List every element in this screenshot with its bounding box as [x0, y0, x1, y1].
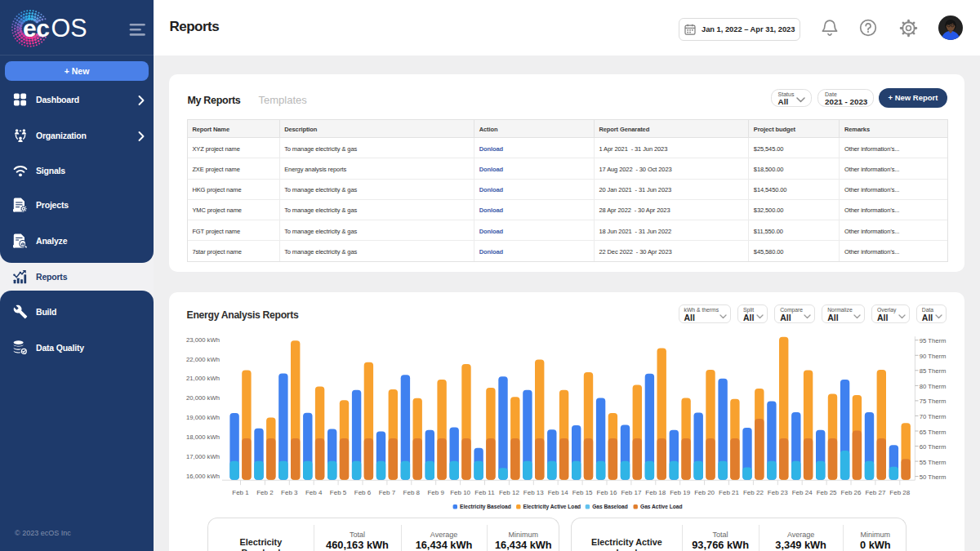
svg-text:Feb 5: Feb 5 — [330, 489, 347, 496]
svg-text:ec: ec — [23, 15, 49, 42]
svg-text:OS: OS — [51, 14, 87, 42]
svg-text:75 Therm: 75 Therm — [920, 398, 947, 405]
svg-text:Feb 7: Feb 7 — [379, 489, 396, 496]
svg-text:23,000 kWh: 23,000 kWh — [186, 335, 220, 343]
svg-text:Electricity Active Load: Electricity Active Load — [523, 504, 581, 510]
svg-text:Feb 20: Feb 20 — [694, 489, 715, 496]
svg-text:Feb 13: Feb 13 — [523, 489, 544, 496]
svg-text:Feb 25: Feb 25 — [817, 489, 837, 496]
svg-text:16,000 kWh: 16,000 kWh — [186, 472, 220, 479]
svg-text:20,000 kWh: 20,000 kWh — [186, 394, 220, 402]
svg-text:Feb 6: Feb 6 — [354, 489, 372, 496]
svg-text:Feb 3: Feb 3 — [281, 489, 298, 496]
svg-text:Feb 12: Feb 12 — [499, 489, 519, 496]
svg-text:95 Therm: 95 Therm — [920, 337, 947, 344]
svg-text:Feb 9: Feb 9 — [427, 489, 444, 496]
svg-text:Feb 14: Feb 14 — [548, 489, 568, 496]
svg-text:Feb 11: Feb 11 — [474, 489, 495, 496]
svg-text:Feb 26: Feb 26 — [841, 489, 862, 496]
svg-text:90 Therm: 90 Therm — [920, 353, 947, 360]
svg-text:Feb 18: Feb 18 — [645, 489, 666, 496]
svg-text:Feb 15: Feb 15 — [572, 489, 593, 496]
svg-text:19,000 kWh: 19,000 kWh — [186, 414, 220, 421]
svg-text:Feb 21: Feb 21 — [719, 489, 739, 496]
svg-text:Gas Active Load: Gas Active Load — [640, 504, 682, 509]
svg-text:50 Therm: 50 Therm — [920, 473, 947, 481]
svg-text:18,000 kWh: 18,000 kWh — [186, 433, 220, 441]
svg-text:60 Therm: 60 Therm — [920, 443, 947, 451]
svg-text:Feb 23: Feb 23 — [768, 489, 788, 496]
svg-text:Feb 16: Feb 16 — [597, 489, 617, 496]
svg-text:Feb 22: Feb 22 — [743, 489, 764, 496]
svg-text:Feb 27: Feb 27 — [865, 489, 885, 496]
svg-text:65 Therm: 65 Therm — [920, 428, 947, 435]
svg-text:21,000 kWh: 21,000 kWh — [186, 375, 220, 382]
svg-text:55 Therm: 55 Therm — [920, 458, 947, 465]
svg-text:Feb 10: Feb 10 — [450, 489, 470, 496]
svg-text:22,000 kWh: 22,000 kWh — [186, 355, 220, 362]
svg-text:Feb 4: Feb 4 — [305, 489, 323, 496]
svg-text:80 Therm: 80 Therm — [920, 383, 947, 390]
svg-text:Feb 2: Feb 2 — [256, 489, 274, 496]
svg-text:Electricity Baseload: Electricity Baseload — [460, 504, 511, 510]
svg-text:Gas Baseload: Gas Baseload — [592, 504, 628, 509]
svg-text:Feb 1: Feb 1 — [232, 489, 249, 496]
svg-text:Feb 28: Feb 28 — [889, 489, 910, 496]
svg-text:Feb 24: Feb 24 — [792, 489, 813, 496]
svg-text:Feb 17: Feb 17 — [621, 489, 641, 496]
svg-text:Feb 19: Feb 19 — [670, 489, 690, 496]
svg-text:Feb 8: Feb 8 — [403, 489, 421, 496]
svg-text:85 Therm: 85 Therm — [920, 367, 947, 375]
svg-text:70 Therm: 70 Therm — [920, 413, 947, 420]
svg-text:17,000 kWh: 17,000 kWh — [186, 453, 220, 460]
